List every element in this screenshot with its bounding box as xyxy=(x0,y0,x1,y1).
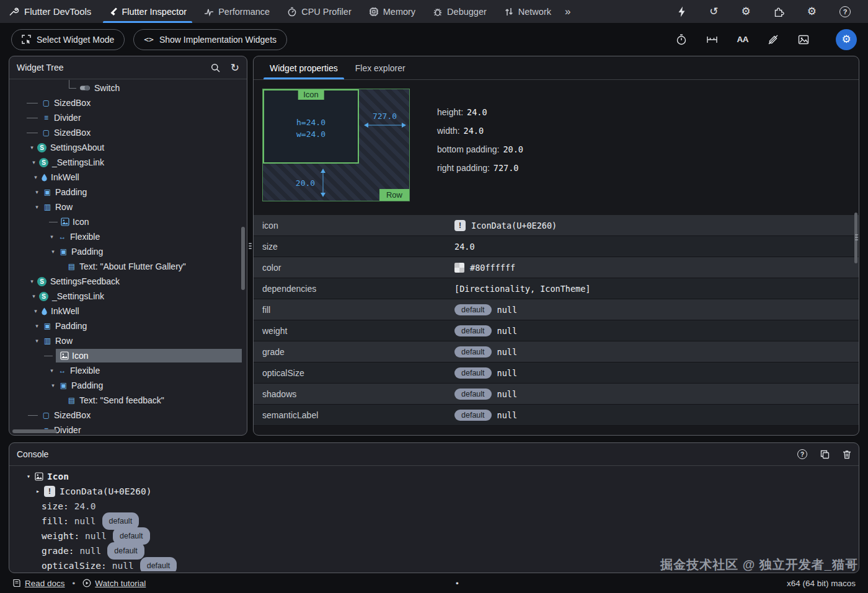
nav-tab-debugger[interactable]: Debugger xyxy=(424,0,495,23)
tree-row-switch[interactable]: Switch xyxy=(9,81,247,95)
copy-icon[interactable] xyxy=(820,450,830,459)
chevron-down-icon[interactable]: ▾ xyxy=(30,159,38,165)
help-icon[interactable]: ? xyxy=(839,6,851,17)
console-help-icon[interactable]: ? xyxy=(797,449,807,459)
tree-row-inkwell[interactable]: ▾ InkWell xyxy=(9,170,247,185)
tree-row-settingsfeedback[interactable]: ▾ S SettingsFeedback xyxy=(9,274,247,289)
tree-row-padding[interactable]: ▾ ▣ Padding xyxy=(9,244,247,259)
tree-row-settingslink[interactable]: ▾ S _SettingsLink xyxy=(9,289,247,304)
extensions-icon[interactable] xyxy=(774,6,784,17)
debugger-icon xyxy=(433,7,443,17)
read-docs-link[interactable]: Read docs xyxy=(12,579,65,588)
nav-tab-label: Flutter Inspector xyxy=(122,7,187,17)
tree-row-divider[interactable]: ≡ Divider xyxy=(9,423,247,435)
property-row-size[interactable]: size 24.0 xyxy=(254,236,859,257)
chevron-down-icon[interactable]: ▾ xyxy=(24,469,33,484)
tree-row-flexible[interactable]: ▾ ↔ Flexible xyxy=(9,229,247,244)
inkwell-icon xyxy=(41,173,48,182)
tree-row-padding[interactable]: ▾ ▣ Padding xyxy=(9,318,247,333)
chevron-down-icon[interactable]: ▾ xyxy=(33,204,41,210)
tree-row-padding[interactable]: ▾ ▣ Padding xyxy=(9,185,247,200)
tree-row-sizedbox[interactable]: ▢ SizedBox xyxy=(9,95,247,110)
chevron-down-icon[interactable]: ▾ xyxy=(28,278,36,284)
search-icon[interactable] xyxy=(211,63,220,72)
inspector-toolbar: Select Widget Mode <> Show Implementatio… xyxy=(0,23,868,56)
app-root: Flutter DevTools Flutter Inspector Perfo… xyxy=(0,0,868,593)
tab-flex-explorer[interactable]: Flex explorer xyxy=(347,56,414,79)
widget-properties-panel: Widget properties Flex explorer Icon h=2… xyxy=(253,56,859,436)
tree-row-inkwell[interactable]: ▾ InkWell xyxy=(9,304,247,318)
layout-parent-label[interactable]: Row xyxy=(379,189,409,201)
property-row-dependencies[interactable]: dependencies [Directionality, IconTheme] xyxy=(254,278,859,299)
layout-summary: height:24.0 width:24.0 bottom padding:20… xyxy=(437,89,523,201)
tree-row-sizedbox[interactable]: ▢ SizedBox xyxy=(9,125,247,140)
tree-row-divider[interactable]: ≡ Divider xyxy=(9,110,247,125)
tree-item-label: Padding xyxy=(71,380,103,390)
property-row-fill[interactable]: fill defaultnull xyxy=(254,299,859,320)
layout-diagram: Icon h=24.0 w=24.0 727.0 20.0 R xyxy=(262,89,410,201)
highlight-oversized-images-icon[interactable] xyxy=(798,35,809,45)
layout-widget-box[interactable]: Icon h=24.0 w=24.0 xyxy=(263,89,359,164)
nav-tab-performance[interactable]: Performance xyxy=(195,0,278,23)
show-baselines-icon[interactable]: AA xyxy=(737,35,749,44)
tree-row-sizedbox[interactable]: ▢ SizedBox xyxy=(9,408,247,423)
chevron-down-icon[interactable]: ▾ xyxy=(48,234,56,240)
chevron-down-icon[interactable]: ▾ xyxy=(33,323,41,329)
tree-row-icon[interactable]: Icon xyxy=(9,214,247,229)
tree-row-flexible[interactable]: ▾ ↔ Flexible xyxy=(9,363,247,378)
property-row-icon[interactable]: icon !IconData(U+0E260) xyxy=(254,215,859,236)
tree-row-settingsabout[interactable]: ▾ S SettingsAbout xyxy=(9,140,247,155)
tree-row-padding[interactable]: ▾ ▣ Padding xyxy=(9,378,247,393)
chevron-down-icon[interactable]: ▾ xyxy=(32,174,40,180)
tree-horizontal-scrollbar[interactable] xyxy=(12,429,57,433)
chevron-down-icon[interactable]: ▾ xyxy=(30,293,38,299)
property-row-grade[interactable]: grade defaultnull xyxy=(254,341,859,362)
chevron-down-icon[interactable]: ▾ xyxy=(49,248,57,255)
settings-gear-icon[interactable]: ⚙ xyxy=(742,6,751,17)
tree-row-text[interactable]: ▤ Text: "Send feedback" xyxy=(9,393,247,408)
padding-icon: ▣ xyxy=(58,382,69,389)
service-extensions-gear-icon[interactable]: ⚙ xyxy=(807,6,817,17)
nav-tab-memory[interactable]: Memory xyxy=(360,0,424,23)
tree-vertical-scrollbar[interactable] xyxy=(241,227,245,290)
chevron-down-icon[interactable]: ▾ xyxy=(49,382,57,389)
show-implementation-widgets-button[interactable]: <> Show Implementation Widgets xyxy=(133,29,287,50)
property-row-color[interactable]: color #80ffffff xyxy=(254,257,859,278)
tree-row-icon-selected[interactable]: Icon xyxy=(9,348,247,363)
property-row-shadows[interactable]: shadows defaultnull xyxy=(254,384,859,405)
tree-row-settingslink[interactable]: ▾ S _SettingsLink xyxy=(9,155,247,170)
nav-overflow-icon[interactable]: » xyxy=(560,0,575,23)
tree-item-label: SizedBox xyxy=(54,128,91,138)
chevron-down-icon[interactable]: ▾ xyxy=(28,144,36,151)
slow-animations-icon[interactable] xyxy=(676,34,687,45)
refresh-icon[interactable]: ↻ xyxy=(231,63,239,73)
tab-label: Flex explorer xyxy=(355,63,405,73)
panel-splitter[interactable] xyxy=(247,56,253,436)
chevron-down-icon[interactable]: ▾ xyxy=(33,338,41,344)
property-row-opticalsize[interactable]: opticalSize defaultnull xyxy=(254,362,859,384)
tab-widget-properties[interactable]: Widget properties xyxy=(261,56,347,79)
nav-tab-label: CPU Profiler xyxy=(301,7,352,17)
watch-tutorial-link[interactable]: Watch tutorial xyxy=(82,579,146,588)
tree-row-row[interactable]: ▾ ▥ Row xyxy=(9,200,247,214)
clear-console-icon[interactable] xyxy=(843,450,851,459)
chevron-down-icon[interactable]: ▾ xyxy=(33,189,41,195)
chevron-down-icon[interactable]: ▾ xyxy=(48,367,56,374)
flash-icon[interactable] xyxy=(677,6,686,17)
nav-tab-cpu-profiler[interactable]: CPU Profiler xyxy=(278,0,360,23)
chevron-right-icon[interactable]: ▸ xyxy=(33,484,42,499)
history-icon[interactable]: ↺ xyxy=(709,6,718,17)
highlight-repaints-icon[interactable] xyxy=(768,34,779,45)
right-splitter-grip[interactable] xyxy=(855,234,858,240)
show-guidelines-icon[interactable] xyxy=(706,35,718,44)
tree-row-row[interactable]: ▾ ▥ Row xyxy=(9,333,247,348)
inspector-settings-button[interactable]: ⚙ xyxy=(836,29,857,50)
nav-tab-network[interactable]: Network xyxy=(495,0,560,23)
chevron-down-icon[interactable]: ▾ xyxy=(32,308,40,314)
select-widget-mode-button[interactable]: Select Widget Mode xyxy=(11,29,125,50)
property-row-semanticlabel[interactable]: semanticLabel defaultnull xyxy=(254,405,859,426)
tree-item-label: Row xyxy=(55,336,73,346)
nav-tab-flutter-inspector[interactable]: Flutter Inspector xyxy=(100,0,195,23)
tree-row-text[interactable]: ▤ Text: "About Flutter Gallery" xyxy=(9,259,247,274)
property-row-weight[interactable]: weight defaultnull xyxy=(254,320,859,341)
